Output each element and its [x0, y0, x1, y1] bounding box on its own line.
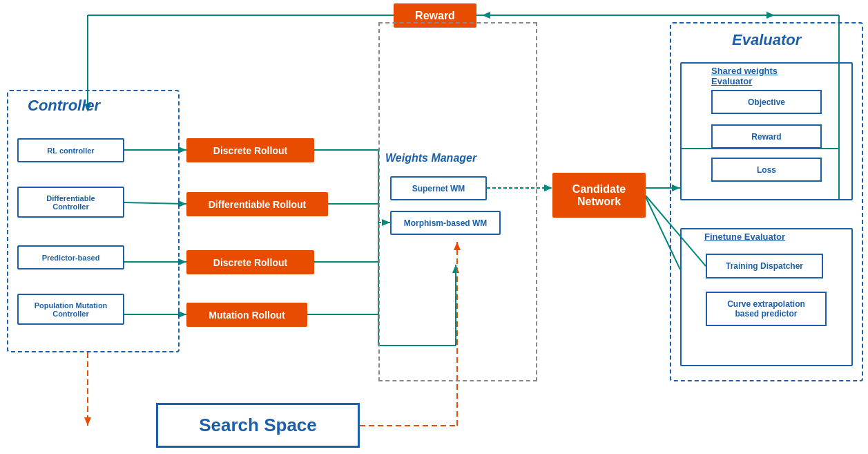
candidate-network: CandidateNetwork: [552, 173, 646, 218]
rollout-discrete2: Discrete Rollout: [186, 250, 314, 274]
finetune-label: Finetune Evaluator: [704, 231, 785, 242]
diagram-container: Reward Controller RL controller Differen…: [0, 0, 868, 454]
search-space-box: Search Space: [156, 403, 360, 448]
svg-marker-19: [544, 185, 552, 191]
rollout-diff: Differentiable Rollout: [186, 192, 328, 216]
search-space-label: Search Space: [199, 415, 317, 436]
training-dispatcher: Training Dispatcher: [706, 254, 823, 278]
controller-label: Controller: [28, 97, 100, 115]
shared-weights-label: Shared weightsEvaluator: [711, 66, 778, 86]
ctrl-item-diff: DifferentiableController: [17, 187, 124, 218]
shared-reward: Reward: [711, 124, 822, 149]
ctrl-item-pred: Predictor-based: [17, 245, 124, 269]
weights-manager-box: [378, 22, 537, 381]
supernet-wm: Supernet WM: [390, 176, 487, 200]
svg-marker-32: [84, 417, 91, 426]
reward-label: Reward: [415, 10, 455, 22]
rollout-mutation: Mutation Rollout: [186, 303, 307, 327]
ctrl-item-pop: Population MutationController: [17, 294, 124, 325]
evaluator-label: Evaluator: [732, 31, 801, 49]
morphism-wm: Morphism-based WM: [390, 211, 501, 235]
shared-loss: Loss: [711, 158, 822, 182]
weights-manager-label: Weights Manager: [385, 152, 489, 164]
rollout-discrete1: Discrete Rollout: [186, 138, 314, 162]
shared-objective: Objective: [711, 90, 822, 114]
svg-marker-1: [766, 12, 775, 19]
svg-marker-30: [482, 12, 490, 19]
ctrl-item-rl: RL controller: [17, 138, 124, 162]
curve-extrapolation: Curve extrapolationbased predictor: [706, 292, 827, 326]
